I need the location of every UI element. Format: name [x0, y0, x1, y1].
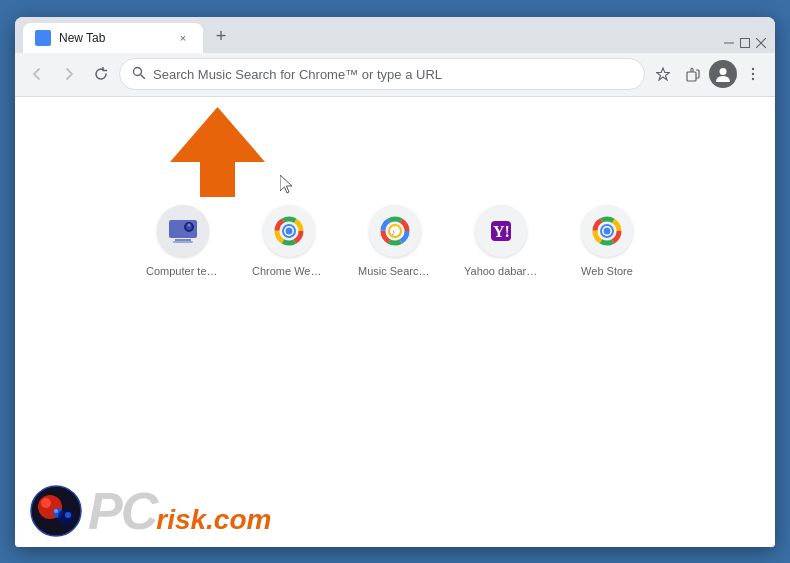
svg-marker-6 — [657, 68, 670, 80]
shortcut-music-search[interactable]: ♪ Music Search ... — [350, 197, 440, 285]
address-bar[interactable]: Search Music Search for Chrome™ or type … — [119, 58, 645, 90]
tab-title: New Tab — [59, 31, 167, 45]
pcrisk-watermark: PC risk.com — [30, 485, 271, 537]
title-bar: New Tab × + — [15, 17, 775, 53]
svg-point-26 — [286, 227, 293, 234]
shortcut-label-music-search: Music Search ... — [358, 265, 432, 277]
svg-point-48 — [54, 509, 58, 513]
pcrisk-logo: PC risk.com — [30, 485, 271, 537]
pcrisk-text-block: PC risk.com — [88, 485, 271, 537]
shortcut-web-store[interactable]: Web Store — [562, 197, 652, 285]
address-bar-search-icon — [132, 66, 145, 82]
svg-point-8 — [720, 68, 727, 75]
profile-button[interactable] — [709, 60, 737, 88]
minimize-button[interactable] — [723, 37, 735, 49]
back-button[interactable] — [23, 60, 51, 88]
svg-point-11 — [752, 78, 754, 80]
maximize-button[interactable] — [739, 37, 751, 49]
svg-marker-13 — [280, 175, 292, 193]
new-tab-button[interactable]: + — [207, 23, 235, 51]
shortcuts-grid: Computer tec... Chrome Web ... — [138, 197, 652, 285]
bookmark-button[interactable] — [649, 60, 677, 88]
svg-text:Y!: Y! — [493, 223, 510, 240]
tab-close-button[interactable]: × — [175, 30, 191, 46]
shortcut-yahoo[interactable]: Y! Yahoo dabar y... — [456, 197, 546, 285]
svg-line-5 — [141, 75, 145, 79]
svg-point-10 — [752, 73, 754, 75]
svg-point-46 — [41, 498, 51, 508]
shortcut-computer-tec[interactable]: Computer tec... — [138, 197, 228, 285]
shortcut-label-computer-tec: Computer tec... — [146, 265, 220, 277]
tab-favicon — [35, 30, 51, 46]
close-window-button[interactable] — [755, 37, 767, 49]
shortcut-icon-music-search: ♪ — [369, 205, 421, 257]
window-controls — [723, 37, 767, 53]
pcrisk-risk-text: risk.com — [156, 506, 271, 534]
shortcut-label-yahoo: Yahoo dabar y... — [464, 265, 538, 277]
reload-button[interactable] — [87, 60, 115, 88]
svg-point-43 — [604, 227, 611, 234]
shortcut-icon-web-store — [581, 205, 633, 257]
shortcut-chrome-web[interactable]: Chrome Web ... — [244, 197, 334, 285]
address-input-text: Search Music Search for Chrome™ or type … — [153, 67, 632, 82]
forward-button[interactable] — [55, 60, 83, 88]
main-content: Computer tec... Chrome Web ... — [15, 97, 775, 547]
svg-rect-0 — [724, 42, 734, 43]
browser-window: New Tab × + — [15, 17, 775, 547]
browser-tab[interactable]: New Tab × — [23, 23, 203, 53]
shortcut-icon-yahoo: Y! — [475, 205, 527, 257]
svg-marker-12 — [170, 107, 265, 197]
extension-button[interactable] — [679, 60, 707, 88]
toolbar-icons — [649, 60, 767, 88]
svg-rect-16 — [173, 241, 193, 243]
svg-point-9 — [752, 68, 754, 70]
pcrisk-orb-icon — [30, 485, 82, 537]
shortcut-icon-computer-tec — [157, 205, 209, 257]
browser-toolbar: Search Music Search for Chrome™ or type … — [15, 53, 775, 97]
menu-button[interactable] — [739, 60, 767, 88]
shortcut-label-chrome-web: Chrome Web ... — [252, 265, 326, 277]
svg-rect-1 — [741, 38, 750, 47]
svg-point-4 — [134, 68, 142, 76]
pcrisk-pc-text: PC — [88, 485, 156, 537]
svg-point-50 — [65, 512, 71, 518]
svg-text:♪: ♪ — [391, 227, 395, 236]
shortcut-label-web-store: Web Store — [570, 265, 644, 277]
svg-rect-7 — [687, 72, 696, 81]
svg-point-19 — [188, 223, 191, 226]
shortcut-icon-chrome-web — [263, 205, 315, 257]
